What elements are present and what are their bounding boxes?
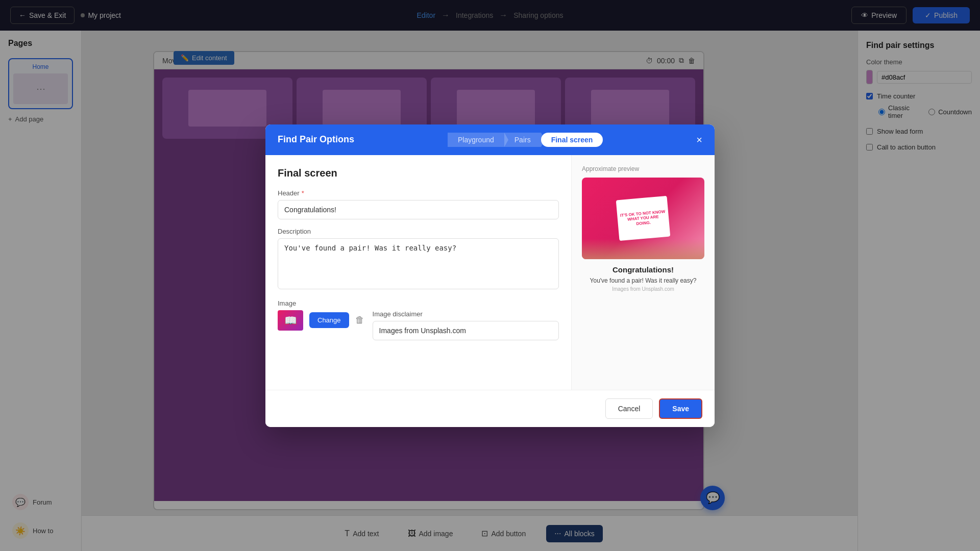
modal-step-playground[interactable]: Playground xyxy=(448,133,504,147)
preview-book: IT'S OK TO NOT KNOW WHAT YOU ARE DOING. xyxy=(616,195,671,240)
disclaimer-group: Image disclaimer xyxy=(373,310,559,340)
modal-left: Final screen Header * Description Image xyxy=(265,155,572,390)
header-label: Header * xyxy=(278,189,559,197)
save-button[interactable]: Save xyxy=(659,398,702,419)
description-textarea[interactable] xyxy=(278,238,559,289)
header-input[interactable] xyxy=(278,200,559,219)
modal-section-title: Final screen xyxy=(278,167,559,179)
header-form-group: Header * xyxy=(278,189,559,219)
modal-title: Find Pair Options xyxy=(278,134,354,145)
preview-image: IT'S OK TO NOT KNOW WHAT YOU ARE DOING. xyxy=(582,178,704,259)
delete-image-button[interactable]: 🗑 xyxy=(355,315,364,325)
modal-step-finalscreen[interactable]: Final screen xyxy=(541,133,603,147)
image-label: Image xyxy=(278,299,559,307)
modal-steps: Playground Pairs Final screen xyxy=(448,133,603,147)
modal-body: Final screen Header * Description Image xyxy=(265,155,715,390)
header-required: * xyxy=(302,189,304,197)
modal-overlay: Find Pair Options Playground Pairs Final… xyxy=(0,0,980,551)
preview-label: Approximate preview xyxy=(582,165,704,172)
modal-header: Find Pair Options Playground Pairs Final… xyxy=(265,124,715,155)
image-section: 📖 Change 🗑 xyxy=(278,310,364,331)
image-thumb: 📖 xyxy=(278,310,303,331)
modal-right: Approximate preview IT'S OK TO NOT KNOW … xyxy=(572,155,715,390)
cancel-button[interactable]: Cancel xyxy=(605,398,653,419)
change-image-button[interactable]: Change xyxy=(309,312,349,328)
image-disclaimer-label: Image disclaimer xyxy=(373,310,559,318)
description-label: Description xyxy=(278,228,559,235)
preview-disclaimer: Images from Unsplash.com xyxy=(582,286,704,292)
modal-footer: Cancel Save xyxy=(265,390,715,427)
image-row: 📖 Change 🗑 Image disclaimer xyxy=(278,310,559,340)
modal-step-pairs[interactable]: Pairs xyxy=(504,133,541,147)
preview-congrats: Congratulations! xyxy=(582,265,704,274)
preview-desc: You've found a pair! Was it really easy? xyxy=(582,277,704,284)
image-disclaimer-input[interactable] xyxy=(373,321,559,340)
preview-hands xyxy=(582,239,704,259)
modal: Find Pair Options Playground Pairs Final… xyxy=(265,124,715,427)
description-form-group: Description xyxy=(278,228,559,291)
modal-close-button[interactable]: × xyxy=(696,135,702,145)
image-form-group: Image 📖 Change 🗑 Image disclaimer xyxy=(278,299,559,340)
